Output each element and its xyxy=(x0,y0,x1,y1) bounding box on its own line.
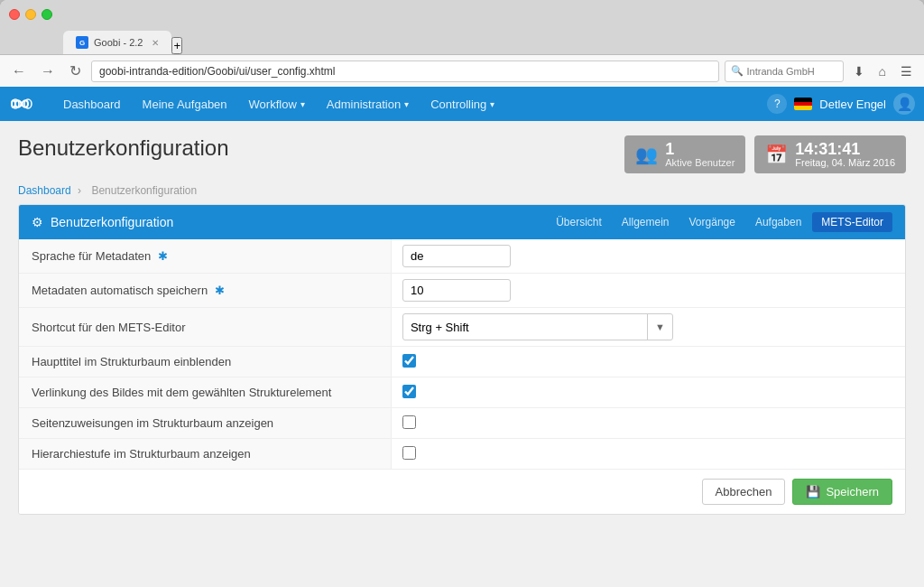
page-stats: 👥 1 Aktive Benutzer 📅 14:31:41 Freitag, … xyxy=(624,135,906,173)
tab-vorgange[interactable]: Vorgänge xyxy=(680,212,744,232)
verlinkung-checkbox[interactable] xyxy=(402,385,416,398)
page-title: Benutzerkonfiguration xyxy=(18,135,228,161)
nav-workflow[interactable]: Workflow ▾ xyxy=(238,87,316,121)
breadcrumb: Dashboard › Benutzerkonfiguration xyxy=(0,181,924,204)
sprache-label: Sprache für Metadaten xyxy=(32,249,151,263)
back-button[interactable]: ← xyxy=(7,61,31,81)
browser-address-bar: ← → ↻ 🔍 ⬇ ⌂ ☰ xyxy=(0,54,924,87)
haupttitel-label: Haupttitel im Strukturbaum einblenden xyxy=(32,355,231,368)
admin-dropdown-arrow: ▾ xyxy=(404,99,409,109)
form-row-hierarchie: Hierarchiestufe im Strukturbaum anzeigen xyxy=(19,439,905,470)
tab-label: Goobi - 2.2 xyxy=(94,37,143,48)
new-tab-button[interactable]: + xyxy=(171,37,182,54)
panel-footer: Abbrechen 💾 Speichern xyxy=(19,469,905,514)
active-users-stat: 👥 1 Aktive Benutzer xyxy=(624,135,745,173)
user-name[interactable]: Detlev Engel xyxy=(819,98,886,111)
home-button[interactable]: ⌂ xyxy=(874,62,891,80)
tab-ubersicht[interactable]: Übersicht xyxy=(547,212,611,232)
language-flag[interactable] xyxy=(794,98,812,110)
form-row-verlinkung: Verlinkung des Bildes mit dem gewählten … xyxy=(19,377,905,408)
nav-administration[interactable]: Administration ▾ xyxy=(316,87,420,121)
browser-minimize-btn[interactable] xyxy=(25,9,36,20)
app-logo xyxy=(9,95,34,113)
workflow-dropdown-arrow: ▾ xyxy=(300,99,305,109)
form-row-autosave: Metadaten automatisch speichern ✱ xyxy=(19,274,905,308)
browser-titlebar xyxy=(0,0,924,29)
breadcrumb-home[interactable]: Dashboard xyxy=(18,184,71,197)
forward-button[interactable]: → xyxy=(36,61,60,81)
config-panel-title: Benutzerkonfiguration xyxy=(51,215,173,229)
form-row-haupttitel: Haupttitel im Strukturbaum einblenden xyxy=(19,347,905,377)
main-content: Benutzerkonfiguration 👥 1 Aktive Benutze… xyxy=(0,121,924,587)
current-date: Freitag, 04. März 2016 xyxy=(795,157,895,168)
autosave-required: ✱ xyxy=(215,284,225,297)
shortcut-select[interactable]: Strg + Shift Alt + Shift Ctrl + Alt xyxy=(403,316,647,339)
nav-right: ? Detlev Engel 👤 xyxy=(767,93,915,115)
save-label: Speichern xyxy=(826,485,879,498)
hierarchie-label: Hierarchiestufe im Strukturbaum anzeigen xyxy=(32,447,251,461)
hierarchie-checkbox[interactable] xyxy=(402,446,416,460)
verlinkung-label: Verlinkung des Bildes mit dem gewählten … xyxy=(32,386,331,399)
autosave-label: Metadaten automatisch speichern xyxy=(32,284,208,297)
config-panel-header: ⚙ Benutzerkonfiguration Übersicht Allgem… xyxy=(19,205,905,239)
breadcrumb-separator: › xyxy=(78,184,81,197)
autosave-input[interactable] xyxy=(402,279,511,302)
nav-controlling[interactable]: Controlling ▾ xyxy=(420,87,505,121)
active-users-label: Aktive Benutzer xyxy=(665,157,735,168)
current-time: 14:31:41 xyxy=(795,141,895,157)
top-navigation: Dashboard Meine Aufgaben Workflow ▾ Admi… xyxy=(0,87,924,121)
seitenzuw-checkbox[interactable] xyxy=(402,415,416,429)
save-icon: 💾 xyxy=(806,485,820,498)
seitenzuw-label: Seitenzuweisungen im Strukturbaum anzeig… xyxy=(32,416,273,430)
cancel-button[interactable]: Abbrechen xyxy=(702,479,786,505)
browser-tab-bar: G Goobi - 2.2 ✕ + xyxy=(0,29,924,54)
active-users-count: 1 xyxy=(665,141,735,157)
search-box: 🔍 xyxy=(725,61,844,82)
config-panel: ⚙ Benutzerkonfiguration Übersicht Allgem… xyxy=(18,204,906,515)
page-header: Benutzerkonfiguration 👥 1 Aktive Benutze… xyxy=(0,121,924,181)
browser-tab[interactable]: G Goobi - 2.2 ✕ xyxy=(63,31,171,54)
tab-allgemein[interactable]: Allgemein xyxy=(613,212,679,232)
address-input[interactable] xyxy=(91,61,719,82)
controlling-dropdown-arrow: ▾ xyxy=(490,99,494,109)
nav-meine-aufgaben[interactable]: Meine Aufgaben xyxy=(132,87,238,121)
tab-favicon: G xyxy=(76,36,88,49)
form-row-seitenzuw: Seitenzuweisungen im Strukturbaum anzeig… xyxy=(19,408,905,439)
browser-close-btn[interactable] xyxy=(9,9,20,20)
shortcut-label: Shortcut für den METS-Editor xyxy=(32,321,186,334)
config-tabs: Übersicht Allgemein Vorgänge Aufgaben ME… xyxy=(547,212,892,232)
breadcrumb-current: Benutzerkonfiguration xyxy=(91,184,197,197)
nav-dashboard[interactable]: Dashboard xyxy=(52,87,132,121)
app-content: Dashboard Meine Aufgaben Workflow ▾ Admi… xyxy=(0,87,924,587)
sprache-input[interactable] xyxy=(402,245,511,267)
menu-button[interactable]: ☰ xyxy=(896,62,917,80)
users-icon: 👥 xyxy=(635,144,658,165)
nav-links: Dashboard Meine Aufgaben Workflow ▾ Admi… xyxy=(52,87,767,121)
search-icon: 🔍 xyxy=(731,65,744,77)
tab-mets-editor[interactable]: METS-Editor xyxy=(812,212,892,232)
config-form-table: Sprache für Metadaten ✱ Metadaten automa… xyxy=(19,239,905,469)
refresh-button[interactable]: ↻ xyxy=(65,61,86,81)
save-button[interactable]: 💾 Speichern xyxy=(792,479,892,505)
tab-close-icon[interactable]: ✕ xyxy=(152,38,159,48)
sprache-required: ✱ xyxy=(158,249,168,263)
search-input[interactable] xyxy=(747,66,837,77)
tab-aufgaben[interactable]: Aufgaben xyxy=(746,212,810,232)
haupttitel-checkbox[interactable] xyxy=(402,354,416,368)
browser-window: G Goobi - 2.2 ✕ + ← → ↻ 🔍 ⬇ ⌂ ☰ xyxy=(0,0,924,587)
shortcut-select-arrow: ▼ xyxy=(647,314,672,340)
browser-maximize-btn[interactable] xyxy=(42,9,52,20)
help-button[interactable]: ? xyxy=(767,94,787,114)
datetime-stat: 📅 14:31:41 Freitag, 04. März 2016 xyxy=(754,135,906,173)
download-button[interactable]: ⬇ xyxy=(849,62,869,80)
user-avatar[interactable]: 👤 xyxy=(893,93,915,115)
form-row-shortcut: Shortcut für den METS-Editor Strg + Shif… xyxy=(19,308,905,347)
calendar-icon: 📅 xyxy=(765,144,788,165)
gear-icon: ⚙ xyxy=(32,215,43,229)
form-row-sprache: Sprache für Metadaten ✱ xyxy=(19,239,905,274)
shortcut-select-wrapper: Strg + Shift Alt + Shift Ctrl + Alt ▼ xyxy=(402,313,673,340)
